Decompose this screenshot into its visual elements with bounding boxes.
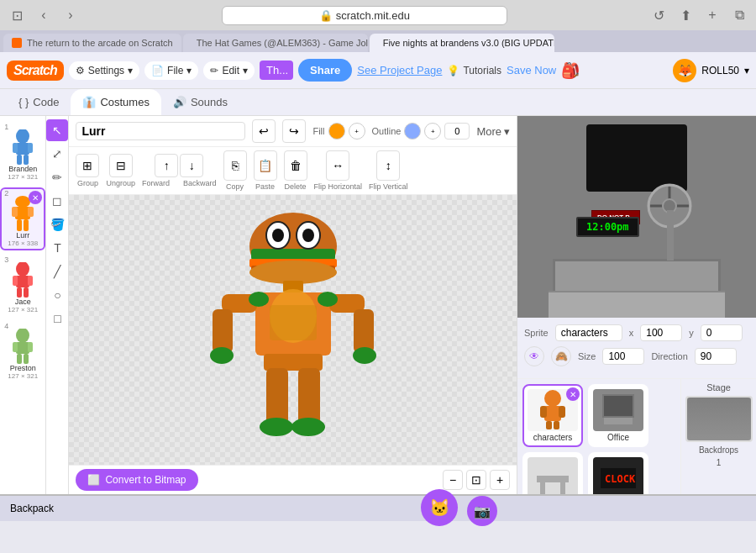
backpack-icon: 🎒 xyxy=(561,61,580,80)
sprite-list: 1 Branden 127 × 321 xyxy=(0,116,46,494)
redo-button[interactable]: ↪ xyxy=(282,119,306,143)
more-button[interactable]: More ▾ xyxy=(476,125,510,138)
save-button[interactable]: Save Now xyxy=(507,64,556,76)
sprite-dims-3: 127 × 321 xyxy=(2,306,44,313)
svg-rect-23 xyxy=(24,354,29,364)
new-tab-button[interactable]: + xyxy=(702,5,722,25)
svg-rect-1 xyxy=(16,143,29,155)
browser-tab-2[interactable]: The Hat Games (@ALEM363) - Game Jolt xyxy=(183,34,368,52)
x-label: x xyxy=(629,328,634,338)
url-bar[interactable]: 🔒 scratch.mit.edu xyxy=(222,6,507,25)
sprite-card-desk[interactable]: Desk xyxy=(522,452,583,494)
select-tool[interactable]: ↖ xyxy=(46,119,68,141)
ungroup-button[interactable]: ⊟ xyxy=(109,154,133,177)
reshape-tool[interactable]: ⤢ xyxy=(46,143,68,165)
tab-costumes[interactable]: 👔 Costumes xyxy=(71,89,161,115)
zoom-in-button[interactable]: + xyxy=(490,470,510,490)
costume-name-input[interactable] xyxy=(76,122,245,140)
duplicate-button[interactable]: ⧉ xyxy=(729,5,749,25)
sprite-card-delete-characters[interactable]: ✕ xyxy=(566,387,580,401)
project-name[interactable]: Th... xyxy=(260,61,293,80)
delete-button[interactable]: 🗑 xyxy=(284,150,307,181)
forward-button[interactable]: › xyxy=(60,5,81,25)
add-sprite-button[interactable]: 🐱 xyxy=(421,489,458,526)
svg-rect-4 xyxy=(17,155,22,165)
hide-icon[interactable]: 🙈 xyxy=(551,346,571,366)
share-project-button[interactable]: Share xyxy=(298,59,352,82)
browser-tab-3[interactable]: Five nights at brandens v3.0 (BIG UPDATE… xyxy=(370,34,554,52)
tutorials-button[interactable]: 💡 Tutorials xyxy=(447,65,501,76)
flip-h-button[interactable]: ↔ xyxy=(326,150,349,181)
share-button[interactable]: ⬆ xyxy=(675,5,696,25)
back-button[interactable]: ‹ xyxy=(34,5,54,25)
sprites-list: ✕ charac xyxy=(517,379,680,494)
backpack-bar[interactable]: Backpack xyxy=(0,494,756,521)
svg-rect-25 xyxy=(251,249,335,261)
group-button[interactable]: ⊞ xyxy=(76,154,99,177)
circle-tool[interactable]: ○ xyxy=(46,284,68,306)
rect-tool[interactable]: □ xyxy=(46,308,68,329)
forward-button[interactable]: ↑ xyxy=(155,154,178,177)
brush-tool[interactable]: ✏ xyxy=(46,166,68,188)
sprite-item-2[interactable]: 2 ✕ Lurr 176 × 338 xyxy=(0,187,45,250)
fill-color[interactable] xyxy=(328,123,345,140)
file-button[interactable]: 📄 File ▾ xyxy=(144,61,198,80)
sprite-name-field[interactable] xyxy=(555,324,622,341)
copy-label: Copy xyxy=(226,182,244,191)
reload-button[interactable]: ↺ xyxy=(648,5,669,25)
copy-button[interactable]: ⎘ xyxy=(223,150,247,181)
sprite-figure-3 xyxy=(8,262,38,299)
tutorials-label: Tutorials xyxy=(463,65,501,76)
sounds-tab-label: Sounds xyxy=(191,96,228,108)
outline-extra[interactable]: + xyxy=(424,123,441,140)
sprite-card-clock[interactable]: CLOCK Clock xyxy=(588,452,648,494)
outline-width-input[interactable] xyxy=(444,123,470,140)
sprite-item-4[interactable]: 4 Preston 127 × 321 xyxy=(0,320,45,383)
zoom-out-button[interactable]: − xyxy=(443,470,463,490)
sprite-info-row1: Sprite x y xyxy=(524,324,749,341)
canvas-drawing[interactable] xyxy=(69,195,517,465)
outline-color[interactable] xyxy=(404,123,421,140)
main-content: 1 Branden 127 × 321 xyxy=(0,116,756,494)
svg-rect-19 xyxy=(16,342,29,354)
line-tool[interactable]: ╱ xyxy=(46,261,68,282)
camera-button[interactable]: 📷 xyxy=(467,496,497,526)
paste-button[interactable]: 📋 xyxy=(254,150,277,181)
svg-rect-36 xyxy=(270,305,317,340)
eraser-tool[interactable]: ◻ xyxy=(46,190,68,212)
flip-v-button[interactable]: ↕ xyxy=(376,150,400,181)
tab-sounds[interactable]: 🔊 Sounds xyxy=(161,89,239,115)
user-menu[interactable]: 🦊 ROLL50 ▾ xyxy=(673,59,749,82)
y-field[interactable] xyxy=(701,324,743,341)
stage-mini-thumb[interactable] xyxy=(685,396,753,442)
settings-button[interactable]: ⚙ Settings ▾ xyxy=(69,61,139,80)
see-project-button[interactable]: See Project Page xyxy=(357,64,442,76)
sprite-item-1[interactable]: 1 Branden 127 × 321 xyxy=(0,121,45,184)
text-tool[interactable]: T xyxy=(46,237,68,259)
sprite-card-office[interactable]: Office xyxy=(588,384,648,447)
user-label: ROLL50 xyxy=(701,65,739,76)
size-field[interactable] xyxy=(602,348,644,365)
sprite-card-characters[interactable]: ✕ charac xyxy=(522,384,583,447)
zoom-fit-button[interactable]: ⊡ xyxy=(466,470,486,490)
sprite-item-3[interactable]: 3 Jace 127 × 321 xyxy=(0,254,45,317)
svg-rect-64 xyxy=(540,482,545,494)
sounds-tab-icon: 🔊 xyxy=(173,96,186,108)
flip-h-tool: ↔ Flip Horizontal xyxy=(314,150,363,191)
tab-code[interactable]: { } Code xyxy=(7,89,71,115)
scratch-logo[interactable]: Scratch xyxy=(7,61,64,81)
flip-v-label: Flip Vertical xyxy=(369,182,408,191)
edit-button[interactable]: ✏ Edit ▾ xyxy=(203,61,255,80)
fill-tool[interactable]: 🪣 xyxy=(46,213,68,235)
svg-rect-57 xyxy=(559,406,565,418)
browser-tab-1[interactable]: The return to the arcade on Scratch xyxy=(3,34,181,52)
stage-side: Stage Backdrops 1 xyxy=(680,379,756,494)
show-icon[interactable]: 👁 xyxy=(524,346,544,366)
sidebar-toggle-button[interactable]: ⊡ xyxy=(7,5,27,25)
x-field[interactable] xyxy=(640,324,682,341)
undo-button[interactable]: ↩ xyxy=(252,119,276,143)
backward-button[interactable]: ↓ xyxy=(180,154,203,177)
direction-field[interactable] xyxy=(695,348,737,365)
convert-bitmap-button[interactable]: ⬜ Convert to Bitmap xyxy=(76,469,197,491)
fill-extra[interactable]: + xyxy=(349,123,365,140)
